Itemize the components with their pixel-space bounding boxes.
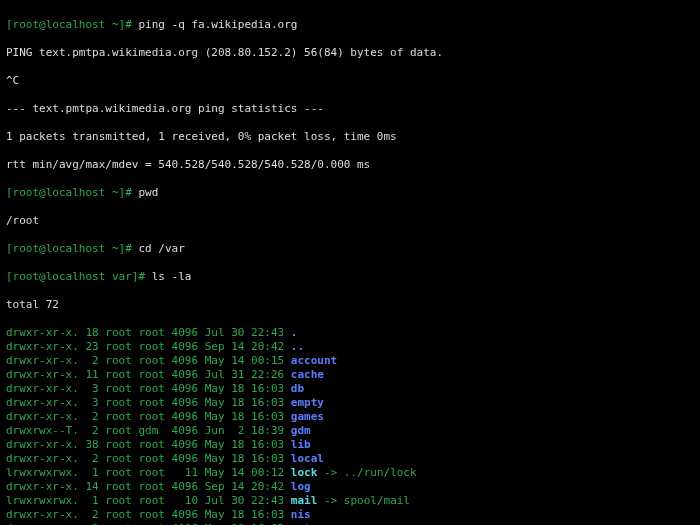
cmd-ls: ls -la xyxy=(152,270,192,283)
ls-perms: drwxrwx--T. 2 root gdm 4096 Jun 2 18:39 xyxy=(6,424,291,437)
ping-interrupt: ^C xyxy=(6,74,694,88)
ls-perms: drwxr-xr-x. 2 root root 4096 May 18 16:0… xyxy=(6,410,291,423)
pwd-output: /root xyxy=(6,214,694,228)
ls-perms: drwxr-xr-x. 38 root root 4096 May 18 16:… xyxy=(6,438,291,451)
cmd-ping: ping -q fa.wikipedia.org xyxy=(138,18,297,31)
ls-perms: drwxr-xr-x. 23 root root 4096 Sep 14 20:… xyxy=(6,340,291,353)
ls-name: games xyxy=(291,410,324,423)
ls-name: lock xyxy=(291,466,318,479)
cmd-cd: cd /var xyxy=(138,242,184,255)
ls-symlink-target: -> spool/mail xyxy=(317,494,410,507)
ls-name: gdm xyxy=(291,424,311,437)
ls-output: drwxr-xr-x. 18 root root 4096 Jul 30 22:… xyxy=(6,326,694,525)
ping-output: rtt min/avg/max/mdev = 540.528/540.528/5… xyxy=(6,158,694,172)
ls-name: log xyxy=(291,480,311,493)
ls-perms: drwxr-xr-x. 3 root root 4096 May 18 16:0… xyxy=(6,382,291,395)
ls-perms: drwxr-xr-x. 18 root root 4096 Jul 30 22:… xyxy=(6,326,291,339)
ping-output: PING text.pmtpa.wikimedia.org (208.80.15… xyxy=(6,46,694,60)
prompt: [root@localhost ~]# xyxy=(6,186,138,199)
ls-perms: drwxr-xr-x. 3 root root 4096 May 18 16:0… xyxy=(6,396,291,409)
ls-symlink-target: -> ../run/lock xyxy=(317,466,416,479)
ls-perms: drwxr-xr-x. 14 root root 4096 Sep 14 20:… xyxy=(6,480,291,493)
ls-name: local xyxy=(291,452,324,465)
ls-name: account xyxy=(291,354,337,367)
ls-name: mail xyxy=(291,494,318,507)
terminal[interactable]: [root@localhost ~]# ping -q fa.wikipedia… xyxy=(0,0,700,525)
ls-perms: drwxr-xr-x. 2 root root 4096 May 18 16:0… xyxy=(6,508,291,521)
ls-name: cache xyxy=(291,368,324,381)
ping-output: --- text.pmtpa.wikimedia.org ping statis… xyxy=(6,102,694,116)
ls-perms: lrwxrwxrwx. 1 root root 11 May 14 00:12 xyxy=(6,466,291,479)
ls-name: nis xyxy=(291,508,311,521)
ls-perms: drwxr-xr-x. 2 root root 4096 May 14 00:1… xyxy=(6,354,291,367)
cmd-pwd: pwd xyxy=(138,186,158,199)
ls-perms: lrwxrwxrwx. 1 root root 10 Jul 30 22:43 xyxy=(6,494,291,507)
ping-output: 1 packets transmitted, 1 received, 0% pa… xyxy=(6,130,694,144)
prompt: [root@localhost ~]# xyxy=(6,18,138,31)
ls-perms: drwxr-xr-x. 11 root root 4096 Jul 31 22:… xyxy=(6,368,291,381)
ls-name: db xyxy=(291,382,304,395)
prompt: [root@localhost ~]# xyxy=(6,242,138,255)
ls-name: . xyxy=(291,326,298,339)
prompt: [root@localhost var]# xyxy=(6,270,152,283)
ls-name: lib xyxy=(291,438,311,451)
ls-name: .. xyxy=(291,340,304,353)
ls-name: empty xyxy=(291,396,324,409)
ls-perms: drwxr-xr-x. 2 root root 4096 May 18 16:0… xyxy=(6,452,291,465)
ls-total: total 72 xyxy=(6,298,694,312)
